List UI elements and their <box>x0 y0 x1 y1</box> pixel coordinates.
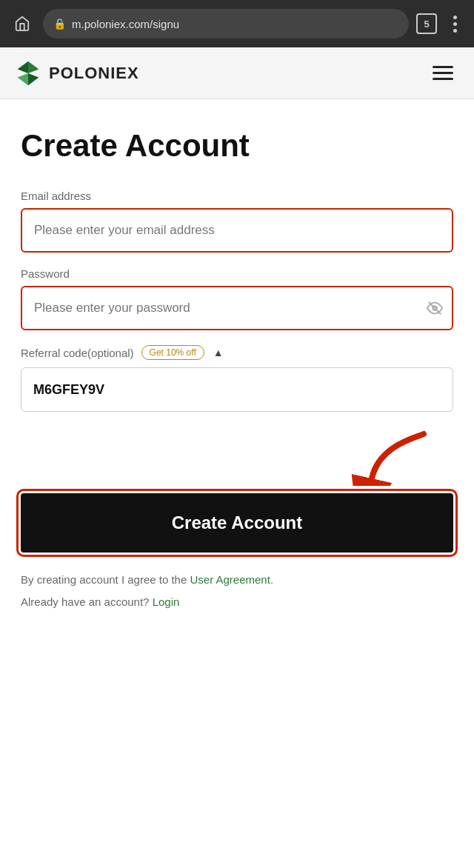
browser-menu-button[interactable] <box>444 16 465 33</box>
red-arrow-annotation <box>320 430 438 486</box>
referral-label-row: Referral code(optional) Get 10% off ▲ <box>21 345 453 360</box>
collapse-arrow-icon[interactable]: ▲ <box>213 347 224 358</box>
svg-marker-2 <box>28 73 39 85</box>
email-input-wrapper <box>21 208 453 253</box>
email-form-group: Email address <box>21 190 453 253</box>
browser-url-text: m.poloniex.com/signu <box>72 18 398 30</box>
footer-agreement-text: By creating account I agree to the User … <box>21 569 453 613</box>
svg-marker-3 <box>18 73 28 85</box>
agreement-suffix: . <box>270 573 273 586</box>
agreement-prefix: By creating account I agree to the <box>21 573 190 586</box>
lock-icon: 🔒 <box>53 18 66 30</box>
hamburger-menu-button[interactable] <box>433 60 459 87</box>
password-input[interactable] <box>21 286 453 330</box>
create-account-button[interactable]: Create Account <box>21 493 453 552</box>
password-label: Password <box>21 267 453 280</box>
email-input[interactable] <box>21 208 453 253</box>
page-title: Create Account <box>21 129 453 163</box>
browser-address-bar[interactable]: 🔒 m.poloniex.com/signu <box>43 9 409 39</box>
password-visibility-toggle[interactable] <box>427 300 443 316</box>
referral-code-input[interactable] <box>21 367 453 412</box>
password-input-wrapper <box>21 286 453 330</box>
login-link[interactable]: Login <box>153 595 180 608</box>
logo-area[interactable]: POLONIEX <box>15 60 139 87</box>
referral-label: Referral code(optional) <box>21 347 134 359</box>
svg-marker-0 <box>28 61 39 73</box>
password-form-group: Password <box>21 267 453 330</box>
site-logo-text: POLONIEX <box>49 64 139 83</box>
email-label: Email address <box>21 190 453 202</box>
referral-form-group: Referral code(optional) Get 10% off ▲ <box>21 345 453 412</box>
annotation-arrow-container <box>21 427 453 486</box>
login-prompt-text: Already have an account? <box>21 595 153 608</box>
user-agreement-link[interactable]: User Agreement <box>190 573 270 586</box>
poloniex-logo-icon <box>15 60 41 87</box>
discount-badge: Get 10% off <box>141 345 204 360</box>
main-content: Create Account Email address Password Re… <box>0 99 474 643</box>
browser-home-button[interactable] <box>9 10 36 37</box>
site-header: POLONIEX <box>0 47 474 99</box>
browser-tab-count[interactable]: 5 <box>416 13 437 34</box>
browser-chrome-bar: 🔒 m.poloniex.com/signu 5 <box>0 0 474 47</box>
svg-marker-1 <box>18 61 28 73</box>
